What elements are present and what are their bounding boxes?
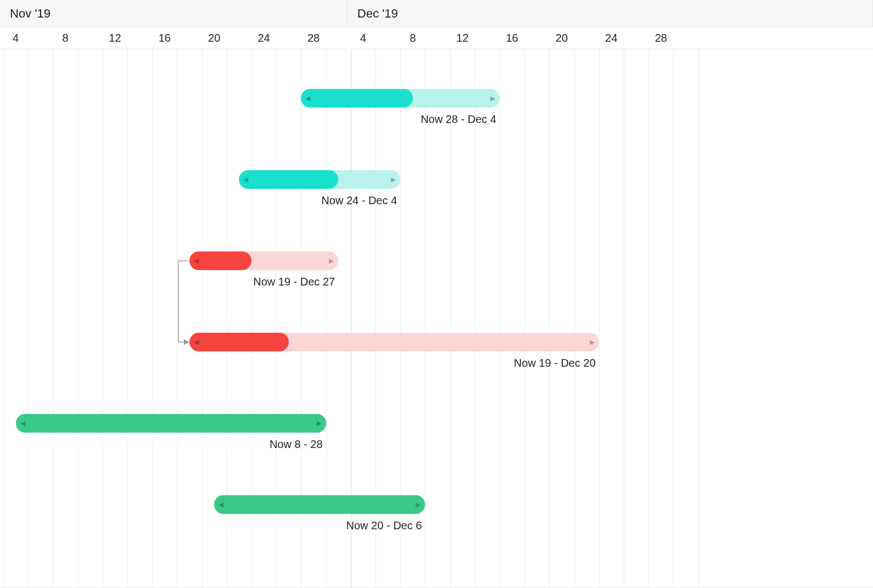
day-tick: 24 xyxy=(605,32,617,44)
task-date-label: Now 28 - Dec 4 xyxy=(421,113,496,126)
resize-handle-right-icon[interactable]: ▶ xyxy=(329,257,334,265)
task-bar-progress xyxy=(189,333,289,351)
task-bar[interactable]: ◀▶ xyxy=(239,170,400,189)
task-bar[interactable]: ◀▶ xyxy=(16,414,326,433)
resize-handle-left-icon[interactable]: ◀ xyxy=(194,257,199,265)
month-header: Nov '19 Dec '19 xyxy=(0,0,873,27)
task-row: ◀▶Now 19 - Dec 20 xyxy=(0,333,873,354)
month-label: Dec '19 xyxy=(357,7,398,20)
task-date-label: Now 20 - Dec 6 xyxy=(346,519,422,532)
day-tick: 4 xyxy=(360,32,366,44)
task-row: ◀▶Now 28 - Dec 4 xyxy=(0,89,873,110)
task-bar[interactable]: ◀▶ xyxy=(214,495,425,514)
task-bar-progress xyxy=(16,414,326,433)
day-tick: 28 xyxy=(655,32,667,44)
task-rows[interactable]: ◀▶Now 28 - Dec 4◀▶Now 24 - Dec 4◀▶Now 19… xyxy=(0,49,873,587)
day-tick: 8 xyxy=(410,32,416,44)
task-bar[interactable]: ◀▶ xyxy=(301,89,500,108)
task-date-label: Now 19 - Dec 20 xyxy=(514,357,596,369)
month-label: Nov '19 xyxy=(10,7,51,20)
task-row: ◀▶Now 24 - Dec 4 xyxy=(0,170,873,191)
day-tick: 8 xyxy=(62,32,68,44)
task-bar[interactable]: ◀▶ xyxy=(189,333,599,351)
day-tick: 28 xyxy=(307,32,320,44)
resize-handle-left-icon[interactable]: ◀ xyxy=(20,419,25,427)
day-tick: 24 xyxy=(258,32,270,44)
task-row: ◀▶Now 20 - Dec 6 xyxy=(0,495,873,516)
day-tick: 16 xyxy=(506,32,518,44)
day-tick: 12 xyxy=(109,32,121,44)
task-bar[interactable]: ◀▶ xyxy=(189,251,338,270)
resize-handle-right-icon[interactable]: ▶ xyxy=(317,419,322,427)
day-tick: 12 xyxy=(456,32,468,44)
task-bar-progress xyxy=(239,170,338,189)
day-tick: 20 xyxy=(556,32,568,44)
day-tick: 20 xyxy=(208,32,220,44)
resize-handle-left-icon[interactable]: ◀ xyxy=(219,501,223,508)
task-row: ◀▶Now 19 - Dec 27 xyxy=(0,251,873,272)
task-date-label: Now 8 - 28 xyxy=(270,438,323,451)
month-cell-dec: Dec '19 xyxy=(348,0,873,27)
resize-handle-left-icon[interactable]: ◀ xyxy=(194,338,199,346)
resize-handle-right-icon[interactable]: ▶ xyxy=(391,176,396,183)
task-row: ◀▶Now 8 - 28 xyxy=(0,414,873,435)
day-header: 481216202428481216202428 xyxy=(0,27,873,49)
resize-handle-left-icon[interactable]: ◀ xyxy=(243,176,248,183)
resize-handle-right-icon[interactable]: ▶ xyxy=(590,338,595,346)
resize-handle-right-icon[interactable]: ▶ xyxy=(490,94,495,102)
month-cell-nov: Nov '19 xyxy=(0,0,348,27)
task-date-label: Now 19 - Dec 27 xyxy=(253,276,335,288)
gantt-chart[interactable]: Nov '19 Dec '19 481216202428481216202428… xyxy=(0,0,873,588)
day-tick: 4 xyxy=(13,32,19,44)
task-bar-progress xyxy=(214,495,425,514)
task-date-label: Now 24 - Dec 4 xyxy=(321,194,397,207)
day-tick: 16 xyxy=(159,32,171,44)
resize-handle-left-icon[interactable]: ◀ xyxy=(305,94,310,102)
task-bar-progress xyxy=(301,89,412,108)
resize-handle-right-icon[interactable]: ▶ xyxy=(416,501,421,508)
